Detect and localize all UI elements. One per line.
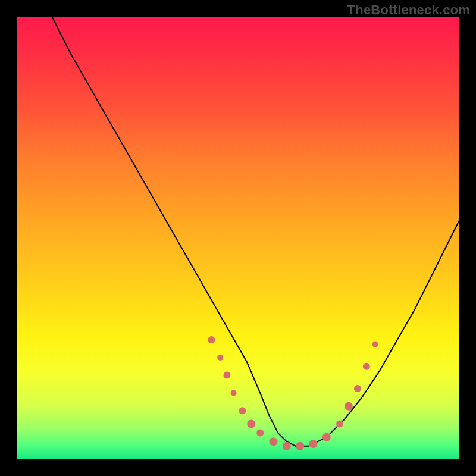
chart-marker: [336, 421, 343, 428]
chart-marker: [354, 385, 361, 392]
chart-frame: TheBottleneck.com: [0, 0, 476, 476]
chart-marker: [363, 363, 370, 370]
chart-marker: [231, 390, 237, 396]
chart-marker: [217, 355, 223, 361]
chart-markers: [208, 336, 378, 450]
chart-marker: [247, 420, 255, 428]
chart-marker: [223, 372, 230, 379]
chart-marker: [296, 442, 304, 450]
chart-marker: [270, 437, 278, 446]
chart-marker: [372, 342, 378, 347]
chart-marker: [256, 429, 264, 436]
chart-svg: [17, 17, 459, 459]
chart-marker: [208, 336, 215, 343]
chart-marker: [283, 442, 291, 450]
chart-curve: [52, 17, 460, 446]
chart-marker: [239, 407, 246, 414]
chart-marker: [322, 433, 331, 441]
chart-marker: [309, 440, 318, 448]
watermark-text: TheBottleneck.com: [347, 2, 470, 18]
plot-area: [17, 17, 459, 459]
chart-marker: [345, 402, 353, 411]
